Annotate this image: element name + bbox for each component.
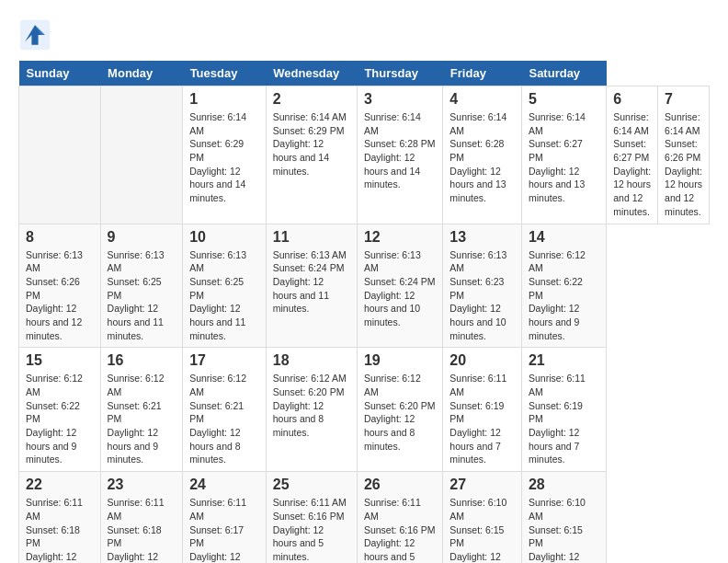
daylight: Daylight: 12 hours and 8 minutes. <box>273 400 324 438</box>
page-header <box>18 18 710 52</box>
day-cell-11: 11 Sunrise: 6:13 AM Sunset: 6:24 PM Dayl… <box>266 224 357 348</box>
sunrise: Sunrise: 6:11 AM <box>26 497 83 522</box>
sunset: Sunset: 6:18 PM <box>26 524 80 549</box>
day-cell-16: 16 Sunrise: 6:12 AM Sunset: 6:21 PM Dayl… <box>100 348 183 472</box>
sunset: Sunset: 6:25 PM <box>189 276 244 301</box>
daylight: Daylight: 12 hours and 12 minutes. <box>26 303 82 340</box>
day-cell-9: 9 Sunrise: 6:13 AM Sunset: 6:25 PM Dayli… <box>100 224 183 348</box>
sunset: Sunset: 6:29 PM <box>189 138 244 163</box>
day-cell-4: 4 Sunrise: 6:14 AM Sunset: 6:28 PM Dayli… <box>443 86 522 224</box>
day-cell-1: 1 Sunrise: 6:14 AM Sunset: 6:29 PM Dayli… <box>183 86 267 224</box>
day-number: 8 <box>26 229 94 246</box>
day-cell-19: 19 Sunrise: 6:12 AM Sunset: 6:20 PM Dayl… <box>357 348 442 472</box>
calendar-week-1: 1 Sunrise: 6:14 AM Sunset: 6:29 PM Dayli… <box>19 86 710 224</box>
daylight: Daylight: 12 hours and 12 minutes. <box>665 166 702 217</box>
day-number: 10 <box>189 229 259 246</box>
sunset: Sunset: 6:19 PM <box>449 400 504 425</box>
calendar-table: SundayMondayTuesdayWednesdayThursdayFrid… <box>18 61 710 563</box>
sunset: Sunset: 6:24 PM <box>273 262 345 273</box>
day-info: Sunrise: 6:12 AM Sunset: 6:20 PM Dayligh… <box>273 372 350 439</box>
day-number: 24 <box>189 477 259 493</box>
sunrise: Sunrise: 6:11 AM <box>364 497 421 522</box>
day-info: Sunrise: 6:14 AM Sunset: 6:29 PM Dayligh… <box>189 110 259 205</box>
day-cell-23: 23 Sunrise: 6:11 AM Sunset: 6:18 PM Dayl… <box>100 472 183 563</box>
day-info: Sunrise: 6:14 AM Sunset: 6:28 PM Dayligh… <box>364 110 436 191</box>
sunset: Sunset: 6:28 PM <box>449 138 504 163</box>
day-number: 14 <box>529 229 599 246</box>
day-number: 9 <box>108 229 176 246</box>
daylight: Daylight: 12 hours and 11 minutes. <box>189 303 245 340</box>
empty-cell <box>100 86 183 224</box>
daylight: Daylight: 12 hours and 12 minutes. <box>613 166 651 217</box>
daylight: Daylight: 12 hours and 10 minutes. <box>449 303 506 340</box>
sunrise: Sunrise: 6:12 AM <box>273 373 347 384</box>
sunrise: Sunrise: 6:11 AM <box>189 497 246 522</box>
daylight: Daylight: 12 hours and 9 minutes. <box>26 427 76 465</box>
sunrise: Sunrise: 6:10 AM <box>529 497 586 522</box>
day-info: Sunrise: 6:13 AM Sunset: 6:25 PM Dayligh… <box>108 248 176 343</box>
sunrise: Sunrise: 6:14 AM <box>613 111 649 136</box>
day-number: 6 <box>613 91 651 108</box>
day-number: 21 <box>529 352 599 369</box>
day-info: Sunrise: 6:14 AM Sunset: 6:27 PM Dayligh… <box>613 110 651 219</box>
day-number: 17 <box>189 352 259 369</box>
day-number: 16 <box>108 352 176 369</box>
sunrise: Sunrise: 6:11 AM <box>108 497 165 522</box>
daylight: Daylight: 12 hours and 5 minutes. <box>449 551 500 563</box>
day-info: Sunrise: 6:12 AM Sunset: 6:22 PM Dayligh… <box>529 248 599 343</box>
daylight: Daylight: 12 hours and 14 minutes. <box>189 166 245 203</box>
daylight: Daylight: 12 hours and 8 minutes. <box>364 413 415 451</box>
sunset: Sunset: 6:22 PM <box>26 400 80 425</box>
sunrise: Sunrise: 6:14 AM <box>529 111 586 136</box>
sunset: Sunset: 6:28 PM <box>364 138 436 149</box>
day-number: 2 <box>273 91 350 108</box>
sunset: Sunset: 6:17 PM <box>189 524 244 549</box>
day-info: Sunrise: 6:10 AM Sunset: 6:15 PM Dayligh… <box>529 496 599 563</box>
sunset: Sunset: 6:18 PM <box>108 524 162 549</box>
daylight: Daylight: 12 hours and 8 minutes. <box>189 427 240 465</box>
calendar-week-2: 8 Sunrise: 6:13 AM Sunset: 6:26 PM Dayli… <box>19 224 710 348</box>
day-info: Sunrise: 6:11 AM Sunset: 6:19 PM Dayligh… <box>529 372 599 466</box>
day-cell-6: 6 Sunrise: 6:14 AM Sunset: 6:27 PM Dayli… <box>607 86 658 224</box>
calendar-week-4: 22 Sunrise: 6:11 AM Sunset: 6:18 PM Dayl… <box>19 472 710 563</box>
day-number: 12 <box>364 229 436 246</box>
daylight: Daylight: 12 hours and 6 minutes. <box>26 551 76 563</box>
logo-icon <box>18 18 51 52</box>
day-info: Sunrise: 6:13 AM Sunset: 6:24 PM Dayligh… <box>364 248 436 329</box>
day-info: Sunrise: 6:11 AM Sunset: 6:18 PM Dayligh… <box>108 496 176 563</box>
day-info: Sunrise: 6:14 AM Sunset: 6:26 PM Dayligh… <box>665 110 702 219</box>
weekday-header-row: SundayMondayTuesdayWednesdayThursdayFrid… <box>19 61 710 86</box>
sunset: Sunset: 6:23 PM <box>449 276 504 301</box>
daylight: Daylight: 12 hours and 7 minutes. <box>449 427 500 465</box>
day-info: Sunrise: 6:11 AM Sunset: 6:16 PM Dayligh… <box>364 496 436 563</box>
sunset: Sunset: 6:27 PM <box>613 138 649 163</box>
daylight: Daylight: 12 hours and 11 minutes. <box>108 303 164 340</box>
day-number: 18 <box>273 352 350 369</box>
daylight: Daylight: 12 hours and 13 minutes. <box>449 166 506 203</box>
day-info: Sunrise: 6:13 AM Sunset: 6:23 PM Dayligh… <box>449 248 515 343</box>
day-info: Sunrise: 6:11 AM Sunset: 6:18 PM Dayligh… <box>26 496 94 563</box>
sunrise: Sunrise: 6:14 AM <box>364 111 421 136</box>
day-number: 22 <box>26 477 94 493</box>
sunset: Sunset: 6:19 PM <box>529 400 583 425</box>
day-info: Sunrise: 6:10 AM Sunset: 6:15 PM Dayligh… <box>449 496 515 563</box>
sunrise: Sunrise: 6:14 AM <box>449 111 506 136</box>
day-info: Sunrise: 6:13 AM Sunset: 6:26 PM Dayligh… <box>26 248 94 343</box>
day-number: 26 <box>364 477 436 493</box>
daylight: Daylight: 12 hours and 14 minutes. <box>364 152 420 190</box>
day-cell-27: 27 Sunrise: 6:10 AM Sunset: 6:15 PM Dayl… <box>443 472 522 563</box>
sunrise: Sunrise: 6:13 AM <box>108 249 165 274</box>
day-info: Sunrise: 6:12 AM Sunset: 6:21 PM Dayligh… <box>108 372 176 466</box>
day-number: 23 <box>108 477 176 493</box>
sunrise: Sunrise: 6:13 AM <box>26 249 83 274</box>
day-number: 3 <box>364 91 436 108</box>
daylight: Daylight: 12 hours and 10 minutes. <box>364 290 420 327</box>
sunset: Sunset: 6:25 PM <box>108 276 162 301</box>
daylight: Daylight: 12 hours and 4 minutes. <box>529 551 579 563</box>
sunset: Sunset: 6:27 PM <box>529 138 583 163</box>
daylight: Daylight: 12 hours and 7 minutes. <box>529 427 579 465</box>
day-cell-25: 25 Sunrise: 6:11 AM Sunset: 6:16 PM Dayl… <box>266 472 357 563</box>
day-cell-5: 5 Sunrise: 6:14 AM Sunset: 6:27 PM Dayli… <box>521 86 606 224</box>
day-cell-28: 28 Sunrise: 6:10 AM Sunset: 6:15 PM Dayl… <box>521 472 606 563</box>
empty-cell <box>19 86 101 224</box>
